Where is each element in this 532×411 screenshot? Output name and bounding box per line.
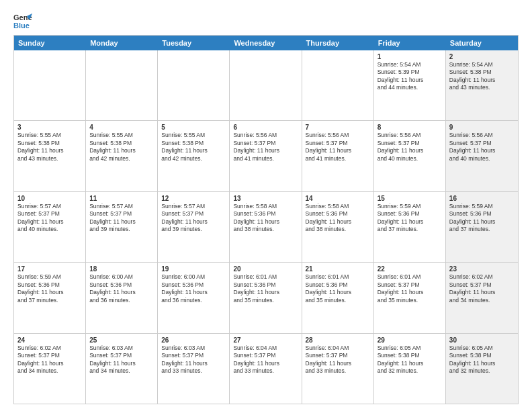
calendar-cell (86, 50, 158, 120)
weekday-header: Saturday (446, 36, 518, 50)
calendar-cell: 20Sunrise: 6:01 AM Sunset: 5:36 PM Dayli… (230, 263, 302, 332)
weekday-header: Friday (374, 36, 446, 50)
day-info: Sunrise: 5:55 AM Sunset: 5:38 PM Dayligh… (161, 132, 226, 163)
day-info: Sunrise: 5:58 AM Sunset: 5:36 PM Dayligh… (233, 203, 298, 234)
page: General Blue SundayMondayTuesdayWednesda… (0, 0, 532, 411)
day-info: Sunrise: 6:01 AM Sunset: 5:36 PM Dayligh… (233, 273, 298, 304)
calendar-row: 10Sunrise: 5:57 AM Sunset: 5:37 PM Dayli… (14, 192, 518, 263)
day-info: Sunrise: 5:55 AM Sunset: 5:38 PM Dayligh… (17, 132, 82, 163)
calendar-cell: 5Sunrise: 5:55 AM Sunset: 5:38 PM Daylig… (158, 121, 230, 191)
day-number: 24 (17, 336, 82, 344)
day-info: Sunrise: 6:01 AM Sunset: 5:37 PM Dayligh… (378, 273, 442, 304)
day-number: 20 (233, 265, 298, 273)
day-number: 4 (89, 124, 154, 131)
calendar-cell (230, 50, 302, 120)
weekday-header: Tuesday (158, 36, 230, 50)
day-info: Sunrise: 6:00 AM Sunset: 5:36 PM Dayligh… (161, 273, 226, 304)
calendar-cell: 3Sunrise: 5:55 AM Sunset: 5:38 PM Daylig… (14, 121, 86, 191)
day-info: Sunrise: 5:59 AM Sunset: 5:36 PM Dayligh… (378, 203, 442, 234)
svg-text:Blue: Blue (13, 21, 30, 30)
calendar-cell: 28Sunrise: 6:04 AM Sunset: 5:37 PM Dayli… (302, 334, 374, 404)
day-info: Sunrise: 5:56 AM Sunset: 5:37 PM Dayligh… (449, 132, 515, 163)
calendar-cell: 30Sunrise: 6:05 AM Sunset: 5:38 PM Dayli… (446, 334, 518, 404)
day-info: Sunrise: 5:56 AM Sunset: 5:37 PM Dayligh… (306, 132, 370, 163)
day-number: 15 (378, 195, 442, 202)
calendar-cell: 15Sunrise: 5:59 AM Sunset: 5:36 PM Dayli… (374, 192, 446, 262)
calendar-cell: 9Sunrise: 5:56 AM Sunset: 5:37 PM Daylig… (446, 121, 518, 191)
calendar-cell: 22Sunrise: 6:01 AM Sunset: 5:37 PM Dayli… (374, 263, 446, 332)
weekday-header: Wednesday (230, 36, 302, 50)
day-number: 21 (306, 265, 370, 273)
day-number: 8 (378, 124, 442, 131)
day-number: 28 (306, 336, 370, 344)
day-info: Sunrise: 5:55 AM Sunset: 5:38 PM Dayligh… (89, 132, 154, 163)
calendar-cell (302, 50, 374, 120)
calendar-header: SundayMondayTuesdayWednesdayThursdayFrid… (14, 36, 518, 50)
day-number: 2 (449, 53, 515, 60)
day-number: 27 (233, 336, 298, 344)
day-info: Sunrise: 6:05 AM Sunset: 5:38 PM Dayligh… (449, 345, 515, 375)
day-number: 16 (449, 195, 515, 202)
calendar-cell: 26Sunrise: 6:03 AM Sunset: 5:37 PM Dayli… (158, 334, 230, 404)
calendar-cell: 4Sunrise: 5:55 AM Sunset: 5:38 PM Daylig… (86, 121, 158, 191)
day-info: Sunrise: 5:56 AM Sunset: 5:37 PM Dayligh… (233, 132, 298, 163)
day-number: 7 (306, 124, 370, 131)
calendar-cell (158, 50, 230, 120)
calendar-cell: 17Sunrise: 5:59 AM Sunset: 5:36 PM Dayli… (14, 263, 86, 332)
day-number: 14 (306, 195, 370, 202)
day-info: Sunrise: 6:05 AM Sunset: 5:38 PM Dayligh… (378, 345, 442, 375)
day-number: 10 (17, 195, 82, 202)
calendar-cell: 18Sunrise: 6:00 AM Sunset: 5:36 PM Dayli… (86, 263, 158, 332)
day-number: 18 (89, 265, 154, 273)
day-number: 29 (378, 336, 442, 344)
day-number: 12 (161, 195, 226, 202)
day-info: Sunrise: 5:54 AM Sunset: 5:39 PM Dayligh… (378, 61, 442, 92)
calendar-cell: 14Sunrise: 5:58 AM Sunset: 5:36 PM Dayli… (302, 192, 374, 262)
day-info: Sunrise: 6:03 AM Sunset: 5:37 PM Dayligh… (161, 345, 226, 375)
calendar-cell: 8Sunrise: 5:56 AM Sunset: 5:37 PM Daylig… (374, 121, 446, 191)
day-number: 25 (89, 336, 154, 344)
day-number: 5 (161, 124, 226, 131)
header: General Blue (13, 11, 519, 30)
calendar-cell: 1Sunrise: 5:54 AM Sunset: 5:39 PM Daylig… (374, 50, 446, 120)
day-number: 9 (449, 124, 515, 131)
calendar-row: 24Sunrise: 6:02 AM Sunset: 5:37 PM Dayli… (14, 334, 518, 404)
day-info: Sunrise: 6:02 AM Sunset: 5:37 PM Dayligh… (17, 345, 82, 375)
day-info: Sunrise: 5:58 AM Sunset: 5:36 PM Dayligh… (306, 203, 370, 234)
day-number: 26 (161, 336, 226, 344)
calendar-cell: 7Sunrise: 5:56 AM Sunset: 5:37 PM Daylig… (302, 121, 374, 191)
day-info: Sunrise: 6:04 AM Sunset: 5:37 PM Dayligh… (306, 345, 370, 375)
day-number: 17 (17, 265, 82, 273)
day-info: Sunrise: 5:56 AM Sunset: 5:37 PM Dayligh… (378, 132, 442, 163)
calendar-row: 17Sunrise: 5:59 AM Sunset: 5:36 PM Dayli… (14, 263, 518, 333)
calendar-cell: 10Sunrise: 5:57 AM Sunset: 5:37 PM Dayli… (14, 192, 86, 262)
day-info: Sunrise: 6:01 AM Sunset: 5:36 PM Dayligh… (306, 273, 370, 304)
calendar-cell: 6Sunrise: 5:56 AM Sunset: 5:37 PM Daylig… (230, 121, 302, 191)
calendar-cell (14, 50, 86, 120)
day-info: Sunrise: 5:57 AM Sunset: 5:37 PM Dayligh… (89, 203, 154, 234)
calendar-cell: 25Sunrise: 6:03 AM Sunset: 5:37 PM Dayli… (86, 334, 158, 404)
logo-icon: General Blue (13, 11, 32, 30)
day-number: 13 (233, 195, 298, 202)
day-info: Sunrise: 5:59 AM Sunset: 5:36 PM Dayligh… (17, 273, 82, 304)
calendar-row: 3Sunrise: 5:55 AM Sunset: 5:38 PM Daylig… (14, 121, 518, 191)
weekday-header: Monday (86, 36, 158, 50)
day-number: 23 (449, 265, 515, 273)
day-number: 22 (378, 265, 442, 273)
calendar-cell: 11Sunrise: 5:57 AM Sunset: 5:37 PM Dayli… (86, 192, 158, 262)
day-info: Sunrise: 6:00 AM Sunset: 5:36 PM Dayligh… (89, 273, 154, 304)
calendar-cell: 29Sunrise: 6:05 AM Sunset: 5:38 PM Dayli… (374, 334, 446, 404)
day-info: Sunrise: 5:54 AM Sunset: 5:38 PM Dayligh… (449, 61, 515, 92)
calendar-cell: 19Sunrise: 6:00 AM Sunset: 5:36 PM Dayli… (158, 263, 230, 332)
weekday-header: Thursday (302, 36, 374, 50)
day-info: Sunrise: 6:03 AM Sunset: 5:37 PM Dayligh… (89, 345, 154, 375)
day-number: 1 (378, 53, 442, 60)
day-number: 19 (161, 265, 226, 273)
day-number: 3 (17, 124, 82, 131)
calendar-cell: 12Sunrise: 5:57 AM Sunset: 5:37 PM Dayli… (158, 192, 230, 262)
day-number: 11 (89, 195, 154, 202)
day-number: 30 (449, 336, 515, 344)
logo: General Blue (13, 11, 32, 30)
calendar-cell: 16Sunrise: 5:59 AM Sunset: 5:36 PM Dayli… (446, 192, 518, 262)
day-info: Sunrise: 5:57 AM Sunset: 5:37 PM Dayligh… (161, 203, 226, 234)
